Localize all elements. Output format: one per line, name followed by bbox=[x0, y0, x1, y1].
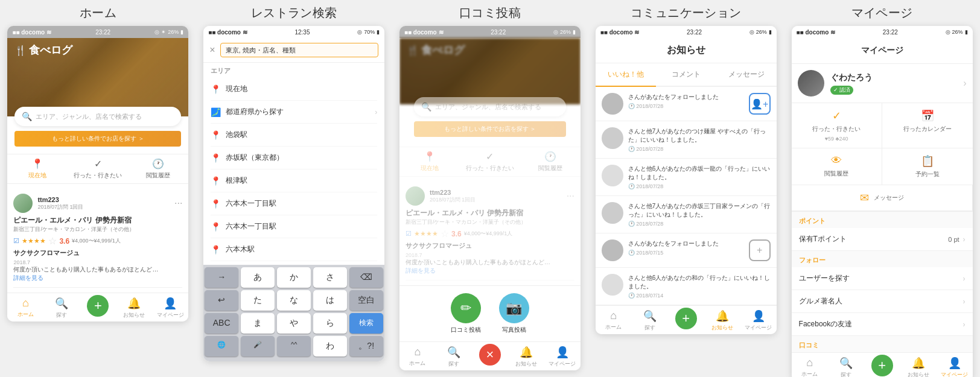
post-photo-button[interactable]: 📷 写真投稿 bbox=[499, 293, 529, 334]
notif-item-5: さんと他6人があなたの和の「行った」にいいね！しました。 🕐 2018/07/1… bbox=[596, 268, 777, 305]
post-review-button[interactable]: ✏ 口コミ投稿 bbox=[451, 293, 481, 334]
search-input[interactable] bbox=[220, 43, 379, 57]
grid-item-visited[interactable]: ✓ 行った・行きたい ♥59 ♣240 bbox=[792, 103, 882, 148]
area-item-current[interactable]: 📍 現在地 bbox=[211, 78, 377, 101]
key-na[interactable]: な bbox=[277, 290, 311, 311]
bottom-nav-search-btn[interactable]: 🔍 探す bbox=[43, 297, 80, 319]
notif-action-0[interactable]: 👤+ bbox=[749, 93, 771, 115]
bottom-search-mypage[interactable]: 🔍 探す bbox=[828, 356, 864, 377]
key-abc[interactable]: ABC bbox=[205, 313, 238, 334]
bottom-nav-mypage-review[interactable]: 👤 マイページ bbox=[544, 346, 581, 368]
bottom-home-mypage[interactable]: ⌂ ホーム bbox=[792, 356, 828, 377]
search-icon-comm: 🔍 bbox=[643, 309, 657, 323]
bottom-search-label-comm: 探す bbox=[644, 324, 655, 332]
username: ttm223 bbox=[37, 196, 170, 203]
detail-link[interactable]: 詳細を見る bbox=[13, 274, 182, 282]
grid-item-calendar[interactable]: 📅 行ったカレンダー bbox=[882, 103, 973, 148]
section-header-point: ポイント bbox=[792, 212, 973, 228]
key-caret[interactable]: ^^ bbox=[277, 336, 311, 356]
key-ha[interactable]: は bbox=[313, 290, 347, 311]
key-delete[interactable]: ⌫ bbox=[349, 267, 383, 288]
keyboard-row-1: ↩ た な は 空白 bbox=[205, 290, 383, 311]
bottom-notif-comm[interactable]: 🔔 お知らせ bbox=[704, 309, 740, 332]
tab-comments[interactable]: コメント bbox=[656, 63, 716, 87]
key-return[interactable]: ↩ bbox=[205, 290, 238, 311]
bottom-notif-label-mypage: お知らせ bbox=[908, 371, 929, 377]
bottom-nav-home-review[interactable]: ⌂ ホーム bbox=[399, 346, 436, 368]
add-btn-comm[interactable]: + bbox=[675, 308, 697, 329]
key-search[interactable]: 検索 bbox=[349, 313, 383, 334]
section-home: ホーム ■■ docomo ≋ 23:22 ◎ ✶ 26% ▮ 🍴 bbox=[0, 0, 196, 377]
grid-item-messages[interactable]: ✉ メッセージ bbox=[792, 185, 973, 211]
area-item-roppongi1[interactable]: 📍 六本木一丁目駅 bbox=[211, 192, 377, 215]
pin-icon-6: 📍 bbox=[211, 245, 221, 255]
area-item-roppongi-st[interactable]: 📍 六本木駅 bbox=[211, 238, 377, 261]
grid-item-history[interactable]: 👁 閲覧履歴 bbox=[792, 148, 882, 185]
area-item-akasaka[interactable]: 📍 赤坂駅（東京都） bbox=[211, 147, 377, 169]
key-ka[interactable]: か bbox=[277, 267, 311, 288]
tab-current-location[interactable]: 📍 現在地 bbox=[7, 158, 68, 180]
key-ra[interactable]: ら bbox=[313, 313, 347, 334]
profile-row[interactable]: ぐわたろう ✓ 認済 › bbox=[792, 64, 973, 103]
bottom-home-comm[interactable]: ⌂ ホーム bbox=[596, 309, 632, 332]
key-ta[interactable]: た bbox=[241, 290, 275, 311]
point-row[interactable]: 保有Tポイント 0 pt › bbox=[792, 228, 973, 251]
key-punctuation[interactable]: 。?! bbox=[349, 336, 383, 356]
follow-row-0[interactable]: ユーザーを探す › bbox=[792, 267, 973, 290]
bottom-nav-search-review[interactable]: 🔍 探す bbox=[436, 346, 472, 368]
key-mic[interactable]: 🎤 bbox=[241, 336, 275, 356]
key-ya[interactable]: や bbox=[277, 313, 311, 334]
add-button[interactable]: + bbox=[87, 295, 109, 317]
notif-action-4[interactable]: + bbox=[749, 239, 771, 261]
hero-image: 🍴 食べログ bbox=[7, 38, 188, 116]
home-search-bar[interactable]: 🔍 エリア、ジャンル、店名で検索する bbox=[14, 107, 181, 126]
add-btn-mypage[interactable]: + bbox=[871, 355, 893, 376]
area-item-prefecture[interactable]: 🗾 都道府県から探す › bbox=[211, 101, 377, 124]
follow-row-1[interactable]: グルメ著名人 › bbox=[792, 290, 973, 313]
restaurant-name[interactable]: ピエール・エルメ・パリ 伊勢丹新宿 bbox=[13, 215, 182, 226]
bottom-mypage-comm[interactable]: 👤 マイページ bbox=[740, 309, 777, 332]
logo: 🍴 食べログ bbox=[14, 43, 72, 57]
grid-item-reservation[interactable]: 📋 予約一覧 bbox=[882, 148, 973, 185]
area-item-ikebukuro[interactable]: 📍 池袋駅 bbox=[211, 124, 377, 147]
wifi-search-icon: ◎ bbox=[357, 29, 362, 35]
follow-row-2[interactable]: Facebookの友達 › bbox=[792, 313, 973, 336]
bottom-nav-notifications-btn[interactable]: 🔔 お知らせ bbox=[116, 297, 152, 319]
search-bottom-icon: 🔍 bbox=[55, 297, 68, 310]
tab-visited[interactable]: ✓ 行った・行きたい bbox=[68, 158, 128, 180]
notif-content-4: さんがあなたをフォローしました 🕐 2018/07/15 bbox=[628, 239, 744, 256]
more-button[interactable]: ··· bbox=[174, 198, 182, 209]
bottom-notif-mypage[interactable]: 🔔 お知らせ bbox=[900, 356, 937, 377]
bell-icon-comm: 🔔 bbox=[716, 309, 729, 323]
carrier-home: ■■ docomo ≋ bbox=[12, 29, 51, 36]
bottom-search-comm[interactable]: 🔍 探す bbox=[632, 309, 668, 332]
key-arrow[interactable]: → bbox=[205, 267, 238, 288]
phone-frame-home: ■■ docomo ≋ 23:22 ◎ ✶ 26% ▮ 🍴 食べログ bbox=[7, 26, 188, 322]
key-globe[interactable]: 🌐 bbox=[205, 336, 238, 356]
phone-frame-review: ■■ docomo ≋ 23:22 ◎ 26% ▮ 🍴 食べログ bbox=[399, 26, 581, 370]
tab-messages[interactable]: メッセージ bbox=[716, 63, 777, 87]
tab-history[interactable]: 🕐 閲覧履歴 bbox=[128, 158, 188, 180]
phone-frame-comm: ■■ docomo ≋ 23:22 ◎ 26% ▮ お知らせ いいね！他 コメン… bbox=[596, 26, 777, 334]
logo-icon-review: 🍴 bbox=[407, 45, 419, 56]
key-wa[interactable]: わ bbox=[313, 336, 347, 356]
key-a[interactable]: あ bbox=[241, 267, 275, 288]
close-search-button[interactable]: × bbox=[209, 45, 215, 55]
user-meta: 2018/07訪問 1回目 bbox=[37, 203, 170, 211]
bell-icon-mypage: 🔔 bbox=[912, 356, 925, 370]
restaurant-name-review: ピエール・エルメ・パリ 伊勢丹新宿 bbox=[406, 208, 574, 218]
bottom-mypage-mypage[interactable]: 👤 マイページ bbox=[937, 356, 973, 377]
more-conditions[interactable]: もっと詳しい条件でお店を探す ＞ bbox=[14, 131, 181, 147]
bottom-nav-notif-review[interactable]: 🔔 お知らせ bbox=[508, 346, 544, 368]
bottom-nav-home-btn[interactable]: ⌂ ホーム bbox=[7, 297, 43, 319]
bottom-nav-mypage-btn[interactable]: 👤 マイページ bbox=[152, 297, 188, 319]
tab-current-label-review: 現在地 bbox=[421, 164, 439, 173]
area-item-nezu[interactable]: 📍 根津駅 bbox=[211, 169, 377, 192]
key-sa[interactable]: さ bbox=[313, 267, 347, 288]
key-space[interactable]: 空白 bbox=[349, 290, 383, 311]
tab-likes[interactable]: いいね！他 bbox=[596, 63, 656, 87]
area-item-roppongi2[interactable]: 📍 六本木一丁目駅 bbox=[211, 215, 377, 238]
close-post-button[interactable]: × bbox=[479, 344, 501, 366]
notification-tabs: いいね！他 コメント メッセージ bbox=[596, 63, 777, 87]
key-ma[interactable]: ま bbox=[241, 313, 275, 334]
